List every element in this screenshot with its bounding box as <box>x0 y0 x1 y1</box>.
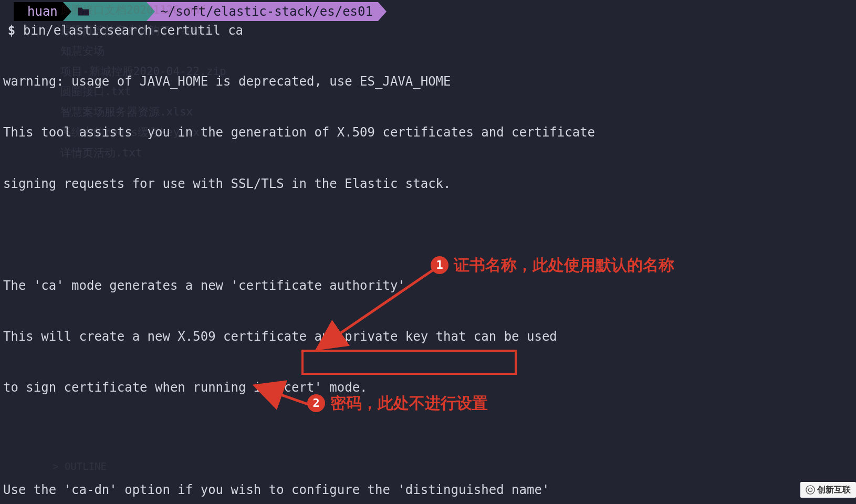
prompt-symbol: $ <box>5 22 18 39</box>
separator <box>147 2 155 21</box>
separator <box>378 2 387 21</box>
output-line <box>3 226 856 243</box>
output-line: This will create a new X.509 certificate… <box>3 328 856 345</box>
svg-point-2 <box>806 486 815 494</box>
output-line: signing requests for use with SSL/TLS in… <box>3 175 856 192</box>
ghost-outline: > OUTLINE <box>53 460 107 474</box>
output-line: The 'ca' mode generates a new 'certifica… <box>3 277 856 294</box>
output-line: warning: usage of JAVA_HOME is deprecate… <box>3 73 856 90</box>
output-line <box>3 430 856 447</box>
output-line: Use the 'ca-dn' option if you wish to co… <box>3 481 856 498</box>
prompt-folder-seg <box>71 2 147 21</box>
separator <box>63 2 71 21</box>
prompt-line: huan ~/soft/elastic-stack/es/es01 <box>2 2 856 21</box>
terminal[interactable]: huan ~/soft/elastic-stack/es/es01 $ bin/… <box>0 0 856 504</box>
prompt-path: ~/soft/elastic-stack/es/es01 <box>155 2 378 21</box>
command-line[interactable]: $ bin/elasticsearch-certutil ca <box>2 22 856 39</box>
output-line: This tool assists you in the generation … <box>3 124 856 141</box>
terminal-output: warning: usage of JAVA_HOME is deprecate… <box>2 39 856 504</box>
output-line: to sign certificate when running in 'cer… <box>3 379 856 396</box>
watermark-icon <box>806 485 815 495</box>
prompt-user: huan <box>22 2 63 21</box>
watermark: 创新互联 <box>800 482 856 498</box>
separator <box>14 2 22 21</box>
command-text: bin/elasticsearch-certutil ca <box>23 22 243 39</box>
